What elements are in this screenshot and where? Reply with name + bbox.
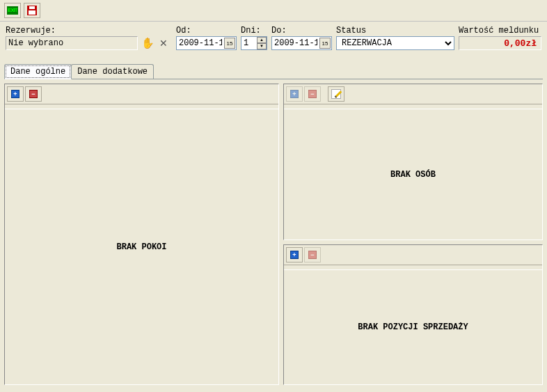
minus-icon: − bbox=[308, 251, 317, 259]
exit-icon: EXIT bbox=[7, 6, 18, 15]
rezerwuje-field[interactable] bbox=[6, 36, 138, 50]
rooms-toolbar: + − bbox=[5, 84, 278, 104]
header-form: Rezerwuje: ✋ ✕ Od: 15 Dni: ▲ ▼ Do: 15 bbox=[0, 22, 547, 54]
minus-icon: − bbox=[29, 90, 38, 98]
rooms-empty-text: BRAK POKOI bbox=[5, 109, 278, 384]
do-date-input[interactable]: 15 bbox=[271, 36, 332, 50]
do-label: Do: bbox=[271, 26, 332, 36]
main-toolbar: EXIT bbox=[0, 0, 547, 22]
wartosc-label: Wartość meldunku bbox=[459, 26, 541, 36]
persons-empty-text: BRAK OSÓB bbox=[284, 109, 542, 240]
od-date-input[interactable]: 15 bbox=[176, 36, 237, 50]
sales-toolbar: + − bbox=[284, 245, 542, 265]
add-person-button[interactable]: + bbox=[286, 86, 303, 102]
tab-bar: Dane ogólne Dane dodatkowe bbox=[0, 54, 547, 79]
dni-spinner[interactable]: ▲ ▼ bbox=[241, 36, 267, 50]
od-label: Od: bbox=[176, 26, 237, 36]
plus-icon: + bbox=[290, 251, 299, 259]
exit-button[interactable]: EXIT bbox=[4, 3, 21, 18]
dni-value[interactable] bbox=[241, 38, 257, 49]
save-button[interactable] bbox=[24, 3, 40, 18]
remove-person-button[interactable]: − bbox=[304, 86, 321, 102]
select-hand-icon[interactable]: ✋ bbox=[140, 37, 156, 49]
plus-icon: + bbox=[290, 90, 299, 98]
rezerwuje-label: Rezerwuje: bbox=[6, 26, 169, 36]
od-date-text[interactable] bbox=[177, 37, 224, 49]
add-room-button[interactable]: + bbox=[7, 86, 24, 102]
remove-sale-button[interactable]: − bbox=[304, 247, 321, 262]
add-sale-button[interactable]: + bbox=[286, 247, 303, 262]
do-date-text[interactable] bbox=[272, 37, 319, 49]
wartosc-value: 0,00zł bbox=[459, 36, 541, 50]
floppy-icon bbox=[27, 6, 37, 15]
status-select[interactable]: REZERWACJA bbox=[336, 36, 454, 50]
pencil-icon bbox=[331, 89, 341, 99]
edit-person-button[interactable] bbox=[328, 86, 344, 102]
tab-additional[interactable]: Dane dodatkowe bbox=[71, 64, 154, 79]
clear-x-icon[interactable]: ✕ bbox=[158, 38, 169, 49]
persons-toolbar: + − bbox=[284, 84, 542, 104]
tab-content: + − BRAK POKOI + − BRAK OSÓB + − BRAK PO… bbox=[4, 79, 543, 385]
remove-room-button[interactable]: − bbox=[25, 86, 42, 102]
minus-icon: − bbox=[308, 90, 317, 98]
dni-label: Dni: bbox=[241, 26, 267, 36]
sales-panel: + − BRAK POZYCJI SPRZEDAŻY bbox=[283, 244, 543, 385]
persons-panel: + − BRAK OSÓB bbox=[283, 84, 543, 240]
dni-down-button[interactable]: ▼ bbox=[257, 43, 267, 49]
rooms-panel: + − BRAK POKOI bbox=[4, 84, 279, 385]
tab-general[interactable]: Dane ogólne bbox=[4, 64, 72, 79]
dni-up-button[interactable]: ▲ bbox=[257, 37, 267, 43]
status-label: Status bbox=[336, 26, 454, 36]
calendar-icon[interactable]: 15 bbox=[319, 38, 331, 49]
sales-empty-text: BRAK POZYCJI SPRZEDAŻY bbox=[284, 269, 542, 384]
calendar-icon[interactable]: 15 bbox=[224, 38, 235, 49]
plus-icon: + bbox=[11, 90, 19, 98]
